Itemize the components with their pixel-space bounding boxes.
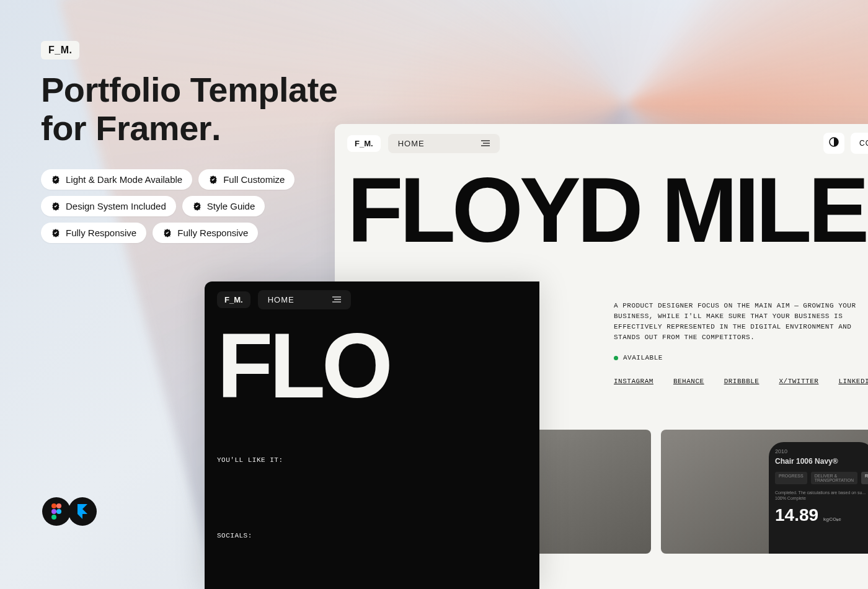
feature-text: Design System Included	[66, 201, 166, 211]
preview-dark-mode: F_M. HOME FLO YOU'LL LIKE IT: SOCIALS:	[205, 281, 539, 589]
contrast-icon	[829, 137, 839, 149]
svg-point-1	[56, 503, 61, 508]
feature-pill: Fully Responsive	[41, 223, 146, 243]
menu-icon	[332, 295, 341, 304]
topbar: F_M. HOME	[205, 281, 539, 318]
svg-point-3	[56, 509, 61, 514]
nav-current: HOME	[398, 139, 425, 148]
feature-text: Light & Dark Mode Available	[66, 174, 182, 185]
feature-pill: Style Guide	[182, 196, 265, 216]
verified-icon	[162, 228, 172, 238]
contact-label: CO	[859, 139, 868, 148]
nav-dropdown[interactable]: HOME	[258, 290, 351, 309]
phone-line: 100% Complete	[775, 496, 868, 500]
site-logo[interactable]: F_M.	[217, 291, 250, 308]
nav-dropdown[interactable]: HOME	[388, 134, 500, 153]
phone-mockup: 2010 Chair 1006 Navy® PROGRESS DELIVER &…	[769, 442, 868, 554]
tool-badges	[42, 497, 97, 526]
project-card[interactable]: 2010 Chair 1006 Navy® PROGRESS DELIVER &…	[661, 430, 868, 554]
hero-description: A PRODUCT DESIGNER FOCUS ON THE MAIN AIM…	[614, 301, 862, 343]
hero-name: FLOYD MILES	[335, 162, 868, 251]
feature-text: Fully Responsive	[66, 228, 136, 238]
feature-pill: Design System Included	[41, 196, 176, 216]
phone-line: Completed. The calculations are based on…	[775, 490, 868, 495]
socials-label: SOCIALS:	[205, 464, 539, 539]
promo-logo-badge: F_M.	[41, 41, 79, 60]
framer-badge[interactable]	[68, 497, 97, 526]
headline-line2-suffix: .	[211, 108, 221, 148]
feature-pills: Light & Dark Mode Available Full Customi…	[41, 169, 326, 243]
social-instagram[interactable]: INSTAGRAM	[614, 378, 653, 385]
feature-pill: Full Customize	[198, 169, 294, 190]
hero-name: FLO	[205, 318, 539, 407]
phone-tab: PROGRESS	[775, 472, 807, 484]
phone-tab: RESULTS	[861, 472, 868, 484]
social-dribbble[interactable]: DRIBBBLE	[724, 378, 760, 385]
headline-line2-emph: Framer	[95, 108, 211, 148]
phone-title: Chair 1006 Navy®	[775, 457, 868, 466]
feature-text: Fully Responsive	[177, 228, 248, 238]
feature-pill: Fully Responsive	[153, 223, 258, 243]
svg-point-0	[51, 503, 56, 508]
phone-metric: 14.89 kgCO₂e	[775, 505, 868, 525]
availability: AVAILABLE	[614, 354, 868, 361]
social-behance[interactable]: BEHANCE	[673, 378, 704, 385]
headline-line2-prefix: for	[41, 108, 95, 148]
phone-value: 14.89	[775, 505, 818, 525]
verified-icon	[51, 228, 61, 238]
feature-text: Style Guide	[207, 201, 255, 211]
topbar: F_M. HOME CO	[335, 124, 868, 162]
social-twitter[interactable]: X/TWITTER	[779, 378, 818, 385]
status-dot-icon	[614, 356, 618, 360]
verified-icon	[208, 175, 218, 185]
svg-point-2	[51, 509, 56, 514]
nav-current: HOME	[268, 295, 294, 304]
availability-text: AVAILABLE	[623, 354, 663, 361]
verified-icon	[192, 202, 202, 211]
figma-badge[interactable]	[42, 497, 71, 526]
svg-point-4	[51, 515, 56, 520]
phone-tab: DELIVER & TRANSPORTATION	[811, 472, 857, 484]
phone-unit: kgCO₂e	[823, 516, 841, 522]
feature-text: Full Customize	[223, 174, 285, 185]
feature-pill: Light & Dark Mode Available	[41, 169, 192, 190]
figma-icon	[50, 503, 63, 520]
headline-line1: Portfolio Template	[41, 70, 337, 109]
verified-icon	[51, 175, 61, 185]
theme-toggle-button[interactable]	[823, 133, 844, 154]
menu-icon	[481, 139, 490, 148]
phone-tabs: PROGRESS DELIVER & TRANSPORTATION RESULT…	[775, 472, 868, 484]
promo-headline: Portfolio Template for Framer.	[41, 71, 337, 147]
verified-icon	[51, 202, 61, 211]
phone-year: 2010	[775, 448, 868, 454]
social-linkedin[interactable]: LINKEDIN	[838, 378, 868, 385]
socials-links: INSTAGRAM BEHANCE DRIBBBLE X/TWITTER LIN…	[614, 378, 868, 385]
framer-icon	[78, 504, 87, 519]
promo-section: F_M. Portfolio Template for Framer. Ligh…	[41, 41, 337, 243]
site-logo[interactable]: F_M.	[347, 135, 381, 152]
contact-button[interactable]: CO	[851, 133, 868, 154]
